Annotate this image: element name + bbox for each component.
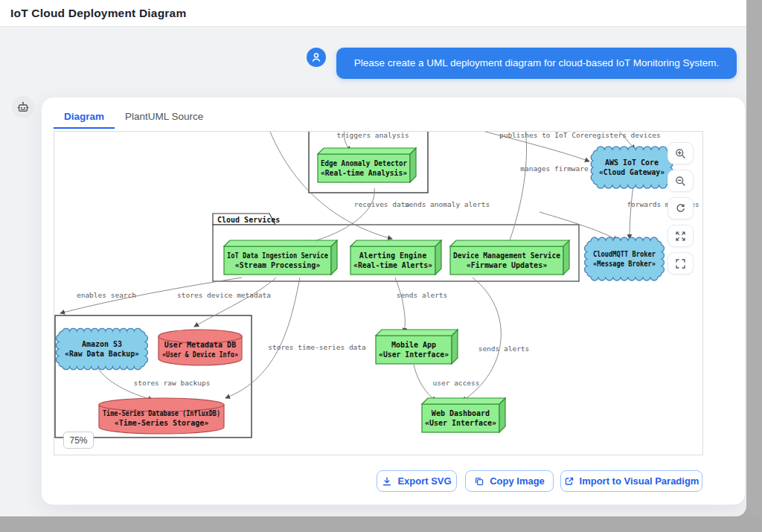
- node-stereotype: «User Interface»: [425, 419, 496, 427]
- zoom-in-button[interactable]: [667, 142, 694, 164]
- window-edge-bottom: [0, 516, 762, 532]
- edge-label: manages firmware: [520, 164, 589, 173]
- edge-label: publishes to IoT Core: [499, 132, 589, 139]
- zoom-level-badge[interactable]: 75%: [63, 432, 94, 449]
- node-alerting-engine: Alerting Engine «Real-time Alerts»: [350, 240, 441, 275]
- node-cloudmqtt-broker: CloudMQTT Broker «Message Broker»: [585, 237, 665, 281]
- fit-to-screen-button[interactable]: [667, 225, 694, 247]
- zoom-in-icon: [675, 148, 686, 159]
- node-stereotype: «Real-time Alerts»: [353, 261, 432, 269]
- user-avatar: [307, 48, 326, 67]
- node-iot-data-ingestion-service: IoT Data Ingestion Service «Stream Proce…: [224, 240, 337, 275]
- chat-user-message: Please create a UML deployment diagram f…: [336, 48, 737, 79]
- node-stereotype: «Firmware Updates»: [467, 261, 547, 269]
- edge-label: stores time-series data: [268, 343, 366, 351]
- node-label: Amazon S3: [82, 340, 122, 348]
- edge-label: sends alerts: [397, 291, 448, 299]
- edge-label: sends anomaly alerts: [405, 200, 490, 208]
- node-label: Mobile App: [391, 341, 436, 349]
- node-label: Time-Series Database (InfluxDB): [103, 409, 220, 417]
- app-page: IoT Cloud Deployment Diagram Please crea…: [0, 0, 746, 516]
- tab-bar: Diagram PlantUML Source: [54, 106, 214, 129]
- edge-label: registers devices: [588, 132, 660, 139]
- edge-sends-alerts-mobile: [395, 278, 405, 333]
- edge-label: triggers analysis: [336, 132, 409, 139]
- copy-image-button[interactable]: Copy Image: [465, 470, 554, 492]
- external-link-icon: [564, 476, 574, 487]
- node-user-metadata-db: User Metadata DB «User & Device Info»: [159, 330, 242, 365]
- edge-label: receives data: [354, 200, 409, 208]
- top-bar: IoT Cloud Deployment Diagram: [0, 0, 746, 27]
- export-svg-button[interactable]: Export SVG: [377, 470, 457, 492]
- node-label: Edge Anomaly Detector: [321, 159, 407, 167]
- node-label: Alerting Engine: [359, 251, 426, 260]
- node-label: Web Dashboard: [432, 409, 490, 417]
- page-title: IoT Cloud Deployment Diagram: [10, 7, 186, 20]
- tab-diagram[interactable]: Diagram: [54, 111, 115, 129]
- edge-manages-firmware: [510, 132, 527, 240]
- node-label: IoT Data Ingestion Service: [227, 251, 328, 260]
- node-stereotype: «Raw Data Backup»: [65, 350, 139, 358]
- edge-label: user access: [433, 379, 480, 387]
- node-label: User Metadata DB: [164, 341, 236, 349]
- diagram-canvas[interactable]: Cloud Services triggers analysis publish…: [54, 131, 703, 455]
- import-to-visual-paradigm-button[interactable]: Import to Visual Paradigm: [560, 470, 702, 492]
- node-stereotype: «User Interface»: [379, 350, 449, 359]
- node-amazon-s3: Amazon S3 «Raw Data Backup»: [57, 328, 148, 369]
- download-icon: [382, 476, 392, 487]
- node-web-dashboard: Web Dashboard «User Interface»: [422, 398, 505, 432]
- node-stereotype: «Cloud Gateway»: [599, 168, 665, 176]
- node-stereotype: «User & Device Info»: [162, 350, 238, 359]
- reset-icon: [675, 203, 686, 214]
- node-stereotype: «Time-Series Storage»: [115, 419, 208, 427]
- zoom-out-button[interactable]: [667, 170, 694, 192]
- expand-arrows-icon: [675, 231, 686, 242]
- edge-label: stores raw backups: [134, 379, 211, 387]
- edge-label: stores device metadata: [177, 291, 271, 299]
- copy-image-label: Copy Image: [490, 475, 545, 487]
- node-mobile-app: Mobile App «User Interface»: [376, 330, 458, 364]
- node-stereotype: «Stream Processing»: [235, 261, 320, 269]
- tab-plantuml-source[interactable]: PlantUML Source: [115, 111, 214, 129]
- bot-avatar: [12, 96, 34, 118]
- zoom-out-icon: [675, 176, 686, 187]
- edge-label: enables search: [77, 291, 136, 299]
- node-label: CloudMQTT Broker: [593, 250, 656, 258]
- node-edge-anomaly-detector: Edge Anomaly Detector «Real-time Analysi…: [318, 148, 416, 182]
- robot-icon: [16, 100, 30, 114]
- window-edge-right: [746, 0, 762, 532]
- package-label: Cloud Services: [217, 216, 280, 224]
- reset-view-button[interactable]: [667, 197, 694, 219]
- node-device-management-service: Device Management Service «Firmware Upda…: [450, 240, 569, 275]
- node-label: Device Management Service: [453, 251, 560, 260]
- import-vp-label: Import to Visual Paradigm: [580, 475, 699, 487]
- node-aws-iot-core: AWS IoT Core «Cloud Gateway»: [591, 147, 673, 188]
- edge-forwards-messages: [630, 185, 633, 239]
- copy-icon: [474, 476, 484, 487]
- canvas-controls: [667, 142, 694, 275]
- node-label: AWS IoT Core: [605, 158, 659, 167]
- uml-deployment-diagram: Cloud Services triggers analysis publish…: [54, 132, 702, 455]
- edge-label: sends alerts: [478, 344, 530, 353]
- fullscreen-button[interactable]: [667, 252, 694, 275]
- node-stereotype: «Message Broker»: [593, 260, 656, 268]
- fullscreen-brackets-icon: [675, 258, 686, 269]
- export-svg-label: Export SVG: [397, 475, 451, 487]
- node-time-series-database: Time-Series Database (InfluxDB) «Time-Se…: [99, 398, 224, 434]
- node-stereotype: «Real-time Analysis»: [321, 169, 407, 177]
- person-icon: [310, 51, 322, 63]
